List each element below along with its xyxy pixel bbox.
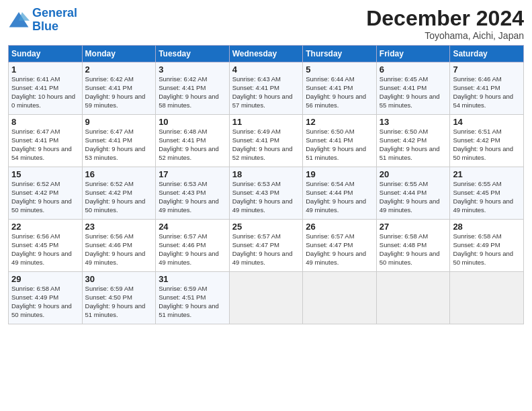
logo-line1: General xyxy=(32,6,77,19)
day-info: Sunrise: 6:44 AMSunset: 4:41 PMDaylight:… xyxy=(306,75,366,108)
day-info: Sunrise: 6:42 AMSunset: 4:41 PMDaylight:… xyxy=(85,75,146,108)
calendar-cell: 27 Sunrise: 6:58 AMSunset: 4:48 PMDaylig… xyxy=(376,220,450,272)
day-number: 18 xyxy=(232,169,300,179)
week-row-3: 22 Sunrise: 6:56 AMSunset: 4:45 PMDaylig… xyxy=(9,220,524,272)
day-info: Sunrise: 6:57 AMSunset: 4:47 PMDaylight:… xyxy=(232,232,293,265)
calendar-cell xyxy=(229,272,303,324)
day-number: 7 xyxy=(453,64,521,75)
day-info: Sunrise: 6:58 AMSunset: 4:48 PMDaylight:… xyxy=(380,232,440,265)
day-number: 10 xyxy=(159,117,226,127)
main-container: General Blue December 2024 Toyohama, Aic… xyxy=(0,0,532,330)
day-number: 4 xyxy=(232,64,300,75)
calendar-cell: 1 Sunrise: 6:41 AMSunset: 4:41 PMDayligh… xyxy=(9,62,83,115)
day-info: Sunrise: 6:53 AMSunset: 4:43 PMDaylight:… xyxy=(232,180,293,213)
day-info: Sunrise: 6:54 AMSunset: 4:44 PMDaylight:… xyxy=(306,180,366,213)
calendar-cell: 6 Sunrise: 6:45 AMSunset: 4:41 PMDayligh… xyxy=(376,62,450,115)
calendar-cell: 21 Sunrise: 6:55 AMSunset: 4:45 PMDaylig… xyxy=(450,167,524,220)
calendar-cell: 5 Sunrise: 6:44 AMSunset: 4:41 PMDayligh… xyxy=(303,62,377,115)
day-number: 3 xyxy=(159,64,226,75)
calendar-cell: 10 Sunrise: 6:48 AMSunset: 4:41 PMDaylig… xyxy=(156,115,230,167)
calendar-cell: 31 Sunrise: 6:59 AMSunset: 4:51 PMDaylig… xyxy=(156,272,230,324)
header-row: Sunday Monday Tuesday Wednesday Thursday… xyxy=(9,46,524,62)
calendar-cell: 20 Sunrise: 6:55 AMSunset: 4:44 PMDaylig… xyxy=(376,167,450,220)
day-info: Sunrise: 6:50 AMSunset: 4:42 PMDaylight:… xyxy=(380,128,440,161)
calendar-cell: 15 Sunrise: 6:52 AMSunset: 4:42 PMDaylig… xyxy=(9,167,83,220)
day-number: 23 xyxy=(85,222,153,232)
calendar-table: Sunday Monday Tuesday Wednesday Thursday… xyxy=(8,45,524,324)
day-info: Sunrise: 6:59 AMSunset: 4:50 PMDaylight:… xyxy=(85,285,146,318)
day-number: 31 xyxy=(159,274,226,284)
day-number: 9 xyxy=(85,117,153,127)
week-row-4: 29 Sunrise: 6:58 AMSunset: 4:49 PMDaylig… xyxy=(9,272,524,324)
day-number: 1 xyxy=(11,64,79,75)
day-info: Sunrise: 6:47 AMSunset: 4:41 PMDaylight:… xyxy=(85,128,146,161)
day-number: 5 xyxy=(306,64,373,75)
calendar-cell: 29 Sunrise: 6:58 AMSunset: 4:49 PMDaylig… xyxy=(9,272,83,324)
calendar-cell: 19 Sunrise: 6:54 AMSunset: 4:44 PMDaylig… xyxy=(303,167,377,220)
calendar-cell: 7 Sunrise: 6:46 AMSunset: 4:41 PMDayligh… xyxy=(450,62,524,115)
day-number: 21 xyxy=(453,169,521,179)
day-number: 15 xyxy=(11,169,79,179)
calendar-cell: 14 Sunrise: 6:51 AMSunset: 4:42 PMDaylig… xyxy=(450,115,524,167)
calendar-cell: 8 Sunrise: 6:47 AMSunset: 4:41 PMDayligh… xyxy=(9,115,83,167)
day-number: 22 xyxy=(11,222,79,232)
calendar-cell: 24 Sunrise: 6:57 AMSunset: 4:46 PMDaylig… xyxy=(156,220,230,272)
day-number: 2 xyxy=(85,64,153,75)
day-number: 6 xyxy=(380,64,447,75)
day-info: Sunrise: 6:49 AMSunset: 4:41 PMDaylight:… xyxy=(232,128,293,161)
day-info: Sunrise: 6:42 AMSunset: 4:41 PMDaylight:… xyxy=(159,75,219,108)
calendar-cell: 2 Sunrise: 6:42 AMSunset: 4:41 PMDayligh… xyxy=(82,62,156,115)
calendar-cell: 3 Sunrise: 6:42 AMSunset: 4:41 PMDayligh… xyxy=(156,62,230,115)
day-info: Sunrise: 6:55 AMSunset: 4:44 PMDaylight:… xyxy=(380,180,440,213)
day-info: Sunrise: 6:55 AMSunset: 4:45 PMDaylight:… xyxy=(453,180,513,213)
day-info: Sunrise: 6:52 AMSunset: 4:42 PMDaylight:… xyxy=(11,180,72,213)
logo-icon xyxy=(8,11,30,30)
logo-text: General Blue xyxy=(32,7,77,34)
day-info: Sunrise: 6:51 AMSunset: 4:42 PMDaylight:… xyxy=(453,128,513,161)
calendar-cell: 12 Sunrise: 6:50 AMSunset: 4:41 PMDaylig… xyxy=(303,115,377,167)
day-number: 20 xyxy=(380,169,447,179)
day-info: Sunrise: 6:59 AMSunset: 4:51 PMDaylight:… xyxy=(159,285,219,318)
col-thursday: Thursday xyxy=(303,46,377,62)
day-info: Sunrise: 6:56 AMSunset: 4:46 PMDaylight:… xyxy=(85,232,146,265)
day-info: Sunrise: 6:53 AMSunset: 4:43 PMDaylight:… xyxy=(159,180,219,213)
day-info: Sunrise: 6:47 AMSunset: 4:41 PMDaylight:… xyxy=(11,128,72,161)
col-wednesday: Wednesday xyxy=(229,46,303,62)
header: General Blue December 2024 Toyohama, Aic… xyxy=(8,7,524,41)
location: Toyohama, Aichi, Japan xyxy=(366,30,524,41)
calendar-cell: 13 Sunrise: 6:50 AMSunset: 4:42 PMDaylig… xyxy=(376,115,450,167)
day-number: 11 xyxy=(232,117,300,127)
day-info: Sunrise: 6:52 AMSunset: 4:42 PMDaylight:… xyxy=(85,180,146,213)
day-number: 25 xyxy=(232,222,300,232)
calendar-cell: 16 Sunrise: 6:52 AMSunset: 4:42 PMDaylig… xyxy=(82,167,156,220)
day-info: Sunrise: 6:41 AMSunset: 4:41 PMDaylight:… xyxy=(11,75,75,108)
day-number: 14 xyxy=(453,117,521,127)
day-number: 24 xyxy=(159,222,226,232)
col-friday: Friday xyxy=(376,46,450,62)
day-number: 27 xyxy=(380,222,447,232)
calendar-cell: 22 Sunrise: 6:56 AMSunset: 4:45 PMDaylig… xyxy=(9,220,83,272)
logo: General Blue xyxy=(8,7,77,34)
calendar-cell: 23 Sunrise: 6:56 AMSunset: 4:46 PMDaylig… xyxy=(82,220,156,272)
calendar-cell: 18 Sunrise: 6:53 AMSunset: 4:43 PMDaylig… xyxy=(229,167,303,220)
week-row-1: 8 Sunrise: 6:47 AMSunset: 4:41 PMDayligh… xyxy=(9,115,524,167)
day-info: Sunrise: 6:57 AMSunset: 4:47 PMDaylight:… xyxy=(306,232,366,265)
day-info: Sunrise: 6:58 AMSunset: 4:49 PMDaylight:… xyxy=(11,285,72,318)
col-saturday: Saturday xyxy=(450,46,524,62)
day-number: 17 xyxy=(159,169,226,179)
day-info: Sunrise: 6:46 AMSunset: 4:41 PMDaylight:… xyxy=(453,75,513,108)
week-row-0: 1 Sunrise: 6:41 AMSunset: 4:41 PMDayligh… xyxy=(9,62,524,115)
calendar-cell: 26 Sunrise: 6:57 AMSunset: 4:47 PMDaylig… xyxy=(303,220,377,272)
day-number: 12 xyxy=(306,117,373,127)
day-number: 28 xyxy=(453,222,521,232)
calendar-cell: 25 Sunrise: 6:57 AMSunset: 4:47 PMDaylig… xyxy=(229,220,303,272)
calendar-cell xyxy=(450,272,524,324)
title-block: December 2024 Toyohama, Aichi, Japan xyxy=(366,7,524,41)
day-number: 19 xyxy=(306,169,373,179)
day-number: 29 xyxy=(11,274,79,284)
calendar-cell: 4 Sunrise: 6:43 AMSunset: 4:41 PMDayligh… xyxy=(229,62,303,115)
calendar-cell xyxy=(303,272,377,324)
calendar-cell: 11 Sunrise: 6:49 AMSunset: 4:41 PMDaylig… xyxy=(229,115,303,167)
col-monday: Monday xyxy=(82,46,156,62)
col-sunday: Sunday xyxy=(9,46,83,62)
